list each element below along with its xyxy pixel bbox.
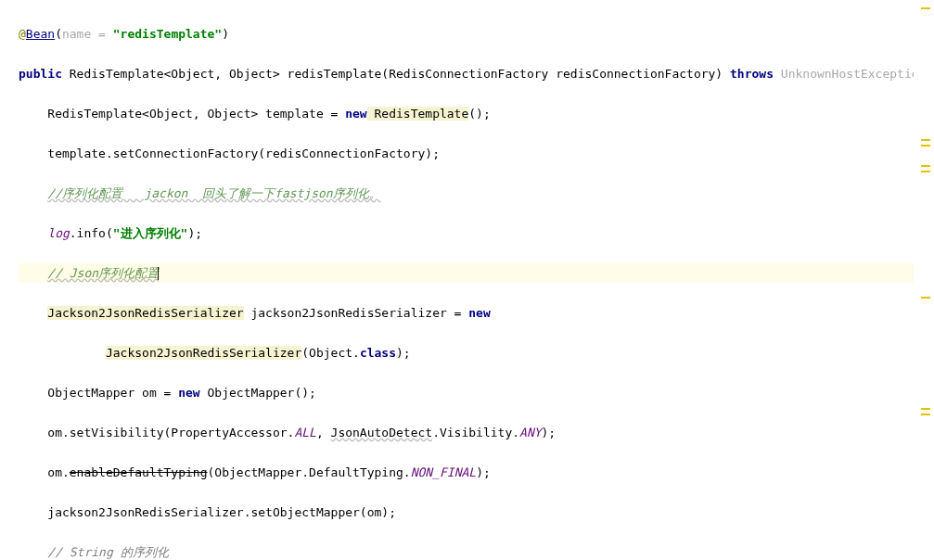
ctor-call: RedisTemplate [367,107,469,121]
tail: ); [476,465,491,479]
text-caret [158,267,159,280]
error-stripe[interactable] [914,0,934,560]
string-literal: "进入序列化" [113,226,188,240]
decl: RedisTemplate<Object, Object> template = [47,107,345,121]
comment: // Json序列化配置 [47,266,159,280]
code-line: Jackson2JsonRedisSerializer(Object.class… [19,343,914,363]
log-ref: log [47,226,69,240]
class-ref: JsonAutoDetect [331,426,433,439]
error-stripe-marker[interactable] [921,414,930,415]
code-line: template.setConnectionFactory(redisConne… [19,144,914,164]
error-stripe-marker[interactable] [921,145,930,146]
error-stripe-marker[interactable] [921,171,930,172]
code-line-current: // Json序列化配置 [19,263,914,284]
code-line: public RedisTemplate<Object, Object> red… [19,64,914,84]
keyword-new: new [178,386,199,400]
error-stripe-marker[interactable] [921,165,930,167]
keyword-new: new [345,107,366,121]
keyword-class: class [360,346,396,360]
stmt: om. [47,465,69,479]
method-call: .info( [70,226,113,240]
error-stripe-marker[interactable] [921,7,930,9]
keyword-public: public [19,67,62,81]
class-ref: Jackson2JsonRedisSerializer [47,306,243,320]
sep: .Visibility. [432,426,519,439]
string-literal: "redisTemplate" [113,27,222,41]
code-line: om.enableDefaultTyping(ObjectMapper.Defa… [19,463,914,483]
keyword-throws: throws [730,67,774,81]
paren: ( [55,27,62,41]
signature: RedisTemplate<Object, Object> redisTempl… [62,67,730,81]
code-line: // String 的序列化 [19,542,914,561]
paren: ) [222,27,229,41]
decl: ObjectMapper om = [47,386,178,400]
attr-key: name = [62,27,113,41]
sep: , [316,426,331,439]
error-stripe-marker[interactable] [921,139,930,141]
code-line: ObjectMapper om = new ObjectMapper(); [19,383,914,403]
stmt: om.setVisibility(PropertyAccessor. [47,426,294,439]
comment: //序列化配置 jackon 回头了解一下fastjson序列化。 [47,186,380,200]
annotation-bean: Bean [26,27,55,41]
exception-type: UnknownHostException [774,67,933,81]
code-editor[interactable]: @Bean(name = "redisTemplate") public Red… [0,0,914,560]
code-line: @Bean(name = "redisTemplate") [19,24,914,45]
error-stripe-marker[interactable] [921,408,930,410]
ctor-call: Jackson2JsonRedisSerializer [106,346,301,360]
enum-const: ANY [519,426,541,439]
code-line: //序列化配置 jackon 回头了解一下fastjson序列化。 [19,184,914,204]
code-line: om.setVisibility(PropertyAccessor.ALL, J… [19,423,914,443]
error-stripe-marker[interactable] [921,297,930,299]
keyword-new: new [468,306,490,320]
args: (ObjectMapper.DefaultTyping. [208,465,411,479]
tail: ); [396,346,411,360]
code-line: log.info("进入序列化"); [19,223,914,244]
decl: jackson2JsonRedisSerializer = [244,306,469,320]
deprecated-method: enableDefaultTyping [70,465,208,479]
tail: ); [187,226,202,240]
code-line: RedisTemplate<Object, Object> template =… [19,104,914,124]
stmt: jackson2JsonRedisSerializer.setObjectMap… [47,505,396,519]
tail: ); [542,426,557,439]
tail: ObjectMapper(); [200,386,316,400]
code-line: jackson2JsonRedisSerializer.setObjectMap… [19,503,914,523]
tail: (); [468,107,490,121]
annotation-at: @ [19,27,26,41]
args: (Object. [301,346,360,360]
code-line: Jackson2JsonRedisSerializer jackson2Json… [19,303,914,324]
comment: // String 的序列化 [47,545,168,559]
enum-const: NON_FINAL [411,465,476,479]
stmt: template.setConnectionFactory(redisConne… [47,146,440,160]
enum-const: ALL [294,426,315,439]
